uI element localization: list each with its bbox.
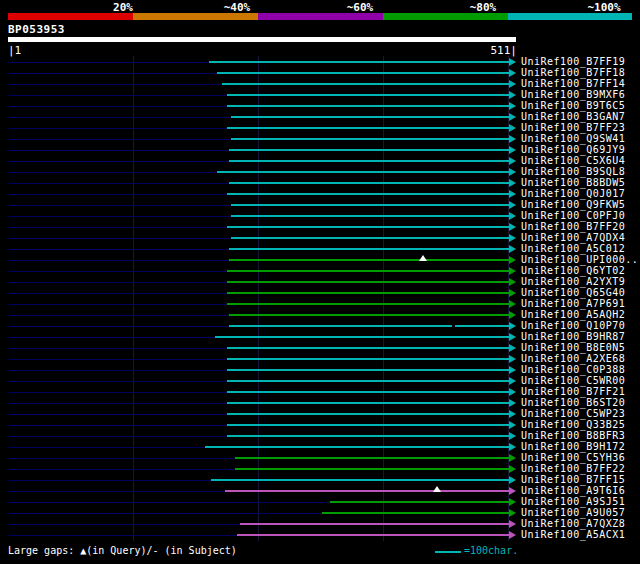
alignment-bar[interactable]: [227, 424, 509, 426]
alignment-label[interactable]: UniRef100_A5AQH2: [521, 309, 625, 320]
alignment-bar[interactable]: [229, 314, 509, 316]
alignment-bar[interactable]: [227, 281, 509, 283]
alignment-label[interactable]: UniRef100_C5YH36: [521, 452, 625, 463]
alignment-label[interactable]: UniRef100_A2XE68: [521, 353, 625, 364]
alignment-bar[interactable]: [229, 248, 509, 250]
alignment-bar[interactable]: [227, 94, 509, 96]
alignment-bar[interactable]: [227, 402, 509, 404]
alignment-label[interactable]: UniRef100_B7FF22: [521, 463, 625, 474]
alignment-bar[interactable]: [227, 369, 509, 371]
alignment-bar[interactable]: [227, 347, 509, 349]
alignment-label[interactable]: UniRef100_B7FF21: [521, 386, 625, 397]
row-leader-line: [8, 304, 227, 305]
alignment-label[interactable]: UniRef100_B7FF19: [521, 56, 625, 67]
alignment-bar[interactable]: [231, 116, 509, 118]
alignment-bar[interactable]: [231, 204, 509, 206]
alignment-bar[interactable]: [231, 237, 509, 239]
alignment-label[interactable]: UniRef100_Q9SW41: [521, 133, 625, 144]
alignment-bar[interactable]: [227, 193, 509, 195]
alignment-bar[interactable]: [227, 358, 509, 360]
alignment-label[interactable]: UniRef100_B7FF14: [521, 78, 625, 89]
alignment-label[interactable]: UniRef100_B8BDW5: [521, 177, 625, 188]
alignment-label[interactable]: UniRef100_B9H172: [521, 441, 625, 452]
alignment-bar[interactable]: [227, 435, 509, 437]
alignment-label[interactable]: UniRef100_A9U057: [521, 507, 625, 518]
alignment-label[interactable]: UniRef100_B9HR87: [521, 331, 625, 342]
alignment-bar[interactable]: [229, 160, 509, 162]
alignment-bar[interactable]: [227, 105, 509, 107]
alignment-bar[interactable]: [205, 446, 509, 448]
row-leader-line: [8, 139, 231, 140]
alignment-bar[interactable]: [237, 534, 509, 536]
alignment-bar[interactable]: [229, 259, 509, 261]
alignment-label[interactable]: UniRef100_A5C012: [521, 243, 625, 254]
alignment-bar[interactable]: [227, 413, 509, 415]
alignment-label[interactable]: UniRef100_B7FF23: [521, 122, 625, 133]
alignment-bar[interactable]: [227, 127, 509, 129]
alignment-bar[interactable]: [229, 182, 509, 184]
alignment-label[interactable]: UniRef100_B6ST20: [521, 397, 625, 408]
alignment-label[interactable]: UniRef100_B7FF20: [521, 221, 625, 232]
alignment-label[interactable]: UniRef100_A7QXZ8: [521, 518, 625, 529]
alignment-bar[interactable]: [217, 171, 509, 173]
alignment-bar[interactable]: [231, 138, 509, 140]
row-leader-line: [8, 172, 217, 173]
alignment-label[interactable]: UniRef100_Q6YT02: [521, 265, 625, 276]
alignment-bar[interactable]: [227, 380, 509, 382]
alignment-label[interactable]: UniRef100_C0P388: [521, 364, 625, 375]
alignment-arrowhead: [509, 465, 516, 473]
alignment-label[interactable]: UniRef100_Q33B25: [521, 419, 625, 430]
alignment-label[interactable]: UniRef100_Q65G40: [521, 287, 625, 298]
alignment-bar[interactable]: [229, 325, 509, 327]
alignment-bar[interactable]: [222, 83, 509, 85]
alignment-label[interactable]: UniRef100_A7QDX4: [521, 232, 625, 243]
alignment-label[interactable]: UniRef100_B9MXF6: [521, 89, 625, 100]
alignment-label[interactable]: UniRef100_A7P691: [521, 298, 625, 309]
alignment-arrowhead: [509, 201, 516, 209]
alignment-bar[interactable]: [225, 490, 509, 492]
alignment-label[interactable]: UniRef100_C5WP23: [521, 408, 625, 419]
alignment-bar[interactable]: [322, 512, 509, 514]
row-leader-line: [8, 524, 240, 525]
alignment-label[interactable]: UniRef100_B3GAN7: [521, 111, 625, 122]
alignment-label[interactable]: UniRef100_Q0J017: [521, 188, 625, 199]
alignment-arrowhead: [509, 355, 516, 363]
alignment-label[interactable]: UniRef100_B7FF15: [521, 474, 625, 485]
alignment-label[interactable]: UniRef100_UPI000...: [521, 254, 640, 265]
alignment-bar[interactable]: [229, 149, 509, 151]
alignment-arrowhead: [509, 421, 516, 429]
alignment-bar[interactable]: [235, 457, 509, 459]
alignment-label[interactable]: UniRef100_B9T6C5: [521, 100, 625, 111]
alignment-bar[interactable]: [209, 61, 509, 63]
alignment-label[interactable]: UniRef100_A2YXT9: [521, 276, 625, 287]
scale-unit-label: =100char.: [464, 545, 518, 556]
row-leader-line: [8, 183, 229, 184]
alignment-bar[interactable]: [227, 391, 509, 393]
alignment-bar[interactable]: [227, 226, 509, 228]
blast-alignment-overview: 20%~40%~60%~80%~100% BP053953 |1 511| Un…: [0, 0, 640, 564]
alignment-bar[interactable]: [330, 501, 509, 503]
alignment-bar[interactable]: [217, 72, 509, 74]
alignment-label[interactable]: UniRef100_A5ACX1: [521, 529, 625, 540]
alignment-bar[interactable]: [231, 215, 509, 217]
alignment-label[interactable]: UniRef100_B8E0N5: [521, 342, 625, 353]
alignment-bar[interactable]: [227, 303, 509, 305]
alignment-bar[interactable]: [227, 270, 509, 272]
alignment-label[interactable]: UniRef100_A9SJ51: [521, 496, 625, 507]
alignment-bar[interactable]: [215, 336, 509, 338]
alignment-label[interactable]: UniRef100_C5WR00: [521, 375, 625, 386]
alignment-arrowhead: [509, 333, 516, 341]
alignment-label[interactable]: UniRef100_Q69JY9: [521, 144, 625, 155]
alignment-label[interactable]: UniRef100_Q9FKW5: [521, 199, 625, 210]
alignment-bar[interactable]: [211, 479, 509, 481]
alignment-label[interactable]: UniRef100_C5X6U4: [521, 155, 625, 166]
alignment-label[interactable]: UniRef100_B9SQL8: [521, 166, 625, 177]
alignment-bar[interactable]: [240, 523, 509, 525]
alignment-bar[interactable]: [235, 468, 509, 470]
alignment-label[interactable]: UniRef100_Q10P70: [521, 320, 625, 331]
alignment-label[interactable]: UniRef100_A9T6I6: [521, 485, 625, 496]
alignment-label[interactable]: UniRef100_C0PFJ0: [521, 210, 625, 221]
alignment-bar[interactable]: [227, 292, 509, 294]
alignment-label[interactable]: UniRef100_B7FF18: [521, 67, 625, 78]
alignment-label[interactable]: UniRef100_B8BFR3: [521, 430, 625, 441]
